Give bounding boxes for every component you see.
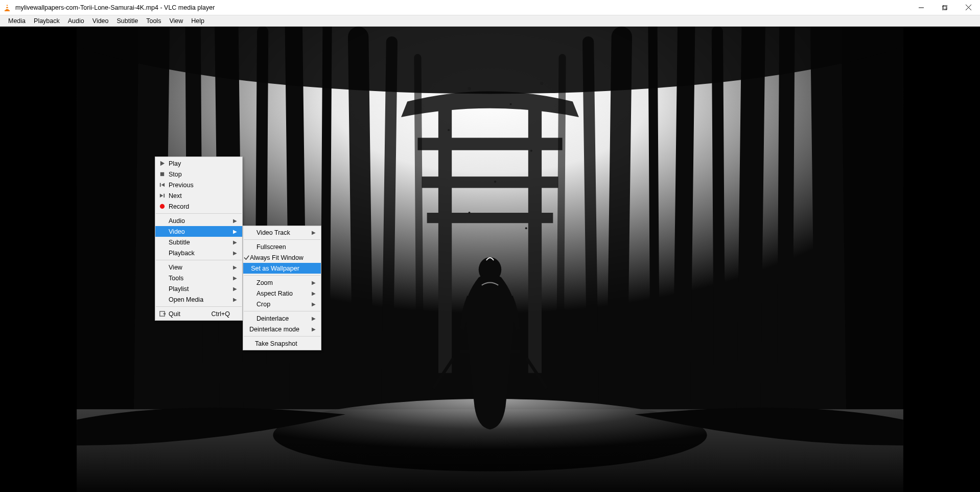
svg-rect-10 — [417, 138, 562, 150]
video-menu-crop[interactable]: Crop▶ — [243, 299, 321, 309]
ctx-subtitle[interactable]: Subtitle▶ — [155, 237, 242, 248]
svg-point-46 — [469, 212, 471, 214]
ctx-next[interactable]: Next — [155, 190, 242, 201]
video-menu-set-as-wallpaper[interactable]: Set as Wallpaper — [243, 263, 321, 274]
svg-line-23 — [417, 58, 420, 410]
ctx-playback[interactable]: Playback▶ — [155, 248, 242, 258]
svg-rect-3 — [943, 5, 947, 9]
svg-line-31 — [588, 42, 593, 419]
menu-view[interactable]: View — [165, 16, 187, 26]
menu-bar: MediaPlaybackAudioVideoSubtitleToolsView… — [0, 15, 980, 27]
ctx-video[interactable]: Video▶ — [155, 226, 242, 237]
menu-separator — [156, 306, 242, 307]
menu-item-label: Open Media — [169, 296, 230, 303]
svg-rect-0 — [5, 10, 10, 11]
menu-separator — [244, 311, 320, 311]
video-viewport[interactable]: PlayStopPreviousNextRecordAudio▶Video▶Su… — [0, 27, 980, 492]
svg-point-45 — [494, 181, 496, 183]
svg-line-15 — [149, 27, 154, 430]
menu-item-label: Subtitle — [169, 239, 230, 246]
maximize-button[interactable] — [933, 0, 956, 15]
ctx-audio[interactable]: Audio▶ — [155, 215, 242, 226]
menu-video[interactable]: Video — [88, 16, 113, 26]
context-menu[interactable]: PlayStopPreviousNextRecordAudio▶Video▶Su… — [155, 156, 243, 321]
video-menu-deinterlace[interactable]: Deinterlace▶ — [243, 313, 321, 324]
menu-item-label: Next — [169, 192, 230, 199]
svg-line-32 — [560, 58, 563, 410]
svg-line-4 — [966, 5, 971, 10]
menu-tools[interactable]: Tools — [142, 16, 165, 26]
menu-separator — [244, 275, 320, 276]
menu-subtitle[interactable]: Subtitle — [113, 16, 143, 26]
ctx-playlist[interactable]: Playlist▶ — [155, 283, 242, 294]
menu-item-label: Previous — [169, 182, 230, 189]
quit-icon — [155, 310, 169, 317]
submenu-arrow-icon: ▶ — [309, 230, 316, 235]
submenu-arrow-icon: ▶ — [230, 229, 237, 234]
stop-icon — [155, 171, 169, 177]
menu-item-label: Play — [169, 160, 230, 167]
video-menu-always-fit-window[interactable]: Always Fit Window — [243, 252, 321, 263]
svg-rect-13 — [77, 27, 138, 430]
video-menu-zoom[interactable]: Zoom▶ — [243, 277, 321, 288]
menu-media[interactable]: Media — [4, 16, 30, 26]
submenu-arrow-icon: ▶ — [309, 301, 316, 307]
menu-playback[interactable]: Playback — [30, 16, 64, 26]
ctx-previous[interactable]: Previous — [155, 180, 242, 190]
ctx-stop[interactable]: Stop — [155, 169, 242, 180]
video-menu-deinterlace-mode[interactable]: Deinterlace mode▶ — [243, 324, 321, 334]
menu-item-label: View — [169, 264, 230, 271]
check-icon — [243, 254, 250, 261]
play-icon — [155, 160, 169, 167]
svg-line-22 — [387, 42, 392, 419]
submenu-arrow-icon: ▶ — [230, 239, 237, 245]
video-menu-aspect-ratio[interactable]: Aspect Ratio▶ — [243, 288, 321, 299]
svg-rect-50 — [164, 194, 165, 197]
menu-item-label: Playback — [169, 250, 230, 257]
menu-separator — [244, 336, 320, 337]
menu-separator — [244, 239, 320, 240]
svg-line-28 — [681, 27, 686, 430]
next-icon — [155, 192, 169, 199]
svg-rect-14 — [842, 27, 903, 430]
menu-audio[interactable]: Audio — [64, 16, 88, 26]
menu-item-label: Always Fit Window — [250, 254, 316, 261]
submenu-arrow-icon: ▶ — [230, 275, 237, 281]
submenu-arrow-icon: ▶ — [309, 290, 316, 296]
video-menu-fullscreen[interactable]: Fullscreen — [243, 241, 321, 252]
svg-point-51 — [159, 204, 164, 209]
svg-line-26 — [749, 27, 754, 430]
submenu-arrow-icon: ▶ — [309, 280, 316, 285]
menu-separator — [156, 213, 242, 214]
video-menu-video-track[interactable]: Video Track▶ — [243, 227, 321, 238]
video-menu-take-snapshot[interactable]: Take Snapshot — [243, 338, 321, 349]
submenu-arrow-icon: ▶ — [230, 250, 237, 256]
menu-item-label: Deinterlace — [256, 315, 309, 322]
svg-line-25 — [784, 27, 787, 430]
menu-item-label: Quit — [169, 310, 201, 318]
ctx-play[interactable]: Play — [155, 158, 242, 169]
svg-rect-2 — [942, 6, 946, 10]
ctx-tools[interactable]: Tools▶ — [155, 273, 242, 283]
minimize-button[interactable] — [909, 0, 933, 15]
menu-item-label: Crop — [256, 301, 309, 308]
ctx-open-media[interactable]: Open Media▶ — [155, 294, 242, 305]
svg-line-21 — [358, 37, 363, 424]
submenu-arrow-icon: ▶ — [230, 264, 237, 270]
svg-line-30 — [617, 37, 622, 424]
title-bar: mylivewallpapers-com-Torii-Lone-Samurai-… — [0, 0, 980, 15]
ctx-record[interactable]: Record — [155, 201, 242, 212]
ctx-quit[interactable]: QuitCtrl+Q — [155, 308, 242, 319]
close-button[interactable] — [956, 0, 980, 15]
svg-point-44 — [530, 150, 532, 152]
menu-help[interactable]: Help — [187, 16, 208, 26]
menu-item-label: Zoom — [256, 279, 309, 286]
menu-item-label: Stop — [169, 171, 230, 178]
svg-line-5 — [966, 5, 971, 10]
menu-item-label: Aspect Ratio — [256, 290, 309, 297]
ctx-view[interactable]: View▶ — [155, 262, 242, 273]
submenu-arrow-icon: ▶ — [230, 297, 237, 302]
video-submenu[interactable]: Video Track▶FullscreenAlways Fit WindowS… — [243, 226, 321, 350]
menu-item-label: Audio — [169, 217, 230, 225]
svg-rect-48 — [160, 172, 164, 176]
